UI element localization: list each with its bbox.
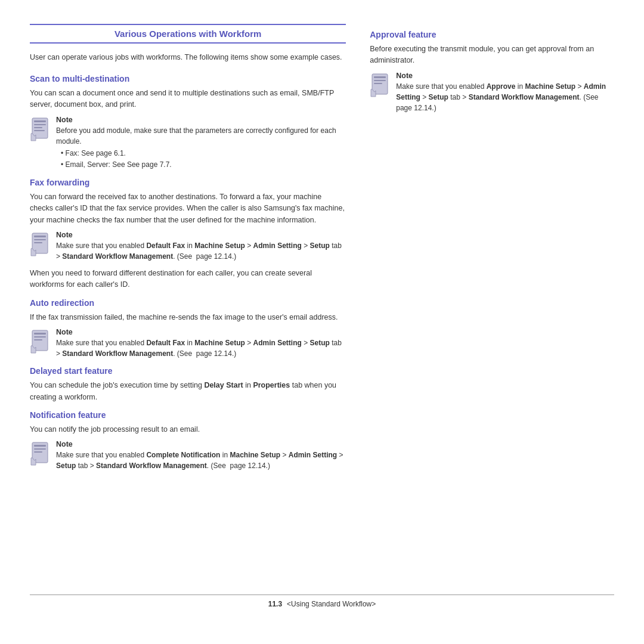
left-column: Various Operations with Workform User ca…	[30, 24, 346, 583]
svg-rect-8	[34, 242, 42, 243]
note-icon-approval	[370, 73, 391, 98]
note-box-approval: Note Make sure that you enabled Approve …	[370, 72, 614, 113]
note-icon-notification	[30, 441, 51, 466]
section-delayed: Delayed start feature You can schedule t…	[30, 366, 346, 403]
footer: 11.3 <Using Standard Workflow>	[30, 595, 614, 608]
section-title-scan: Scan to multi-destination	[30, 74, 346, 83]
section-body-approval: Before executing the transmit module, yo…	[370, 44, 614, 67]
note-content-auto: Note Make sure that you enabled Default …	[56, 328, 346, 359]
svg-rect-6	[34, 236, 46, 237]
section-notification: Notification feature You can notify the …	[30, 410, 346, 471]
note-text-scan: Before you add module, make sure that th…	[56, 125, 346, 171]
note-label-auto: Note	[56, 328, 346, 336]
section-title-fax: Fax forwarding	[30, 178, 346, 187]
note-box-fax: Note Make sure that you enabled Default …	[30, 231, 346, 262]
note-label-scan: Note	[56, 116, 346, 124]
bullet-scan-2: Email, Server: See See page 7.7.	[61, 159, 346, 171]
svg-rect-10	[34, 333, 46, 335]
note-icon-scan	[30, 117, 51, 142]
note-bullets-scan: Fax: See page 6.1. Email, Server: See Se…	[61, 148, 346, 171]
page-title-box: Various Operations with Workform	[30, 24, 346, 44]
section-approval: Approval feature Before executing the tr…	[370, 30, 614, 113]
svg-rect-20	[374, 83, 382, 84]
note-label-approval: Note	[396, 72, 614, 80]
svg-rect-11	[34, 336, 46, 338]
intro-text: User can operate various jobs with workf…	[30, 52, 346, 63]
section-title-auto: Auto redirection	[30, 298, 346, 308]
right-column: Approval feature Before executing the tr…	[370, 24, 614, 583]
svg-rect-7	[34, 239, 46, 240]
svg-rect-18	[374, 76, 386, 78]
note-text-approval: Make sure that you enabled Approve in Ma…	[396, 81, 614, 113]
footer-page-number: 11.3	[268, 600, 282, 608]
note-content-notification: Note Make sure that you enabled Complete…	[56, 440, 346, 471]
note-text-auto: Make sure that you enabled Default Fax i…	[56, 338, 346, 359]
page-title: Various Operations with Workform	[114, 29, 261, 39]
note-text-fax: Make sure that you enabled Default Fax i…	[56, 240, 346, 262]
note-box-notification: Note Make sure that you enabled Complete…	[30, 440, 346, 471]
content-area: Various Operations with Workform User ca…	[30, 24, 614, 583]
bullet-scan-1: Fax: See page 6.1.	[61, 148, 346, 159]
section-body-auto: If the fax transmission failed, the mach…	[30, 312, 346, 323]
section-title-notification: Notification feature	[30, 410, 346, 420]
section-title-delayed: Delayed start feature	[30, 366, 346, 376]
note-label-fax: Note	[56, 231, 346, 239]
page: Various Operations with Workform User ca…	[0, 0, 644, 644]
svg-rect-2	[34, 124, 46, 125]
footer-caption: <Using Standard Workflow>	[287, 600, 376, 608]
section-body-scan: You can scan a document once and send it…	[30, 88, 346, 111]
note-icon-fax	[30, 232, 51, 257]
svg-rect-4	[34, 130, 45, 131]
note-content-approval: Note Make sure that you enabled Approve …	[396, 72, 614, 113]
section-scan: Scan to multi-destination You can scan a…	[30, 74, 346, 171]
note-box-scan: Note Before you add module, make sure th…	[30, 116, 346, 171]
svg-rect-16	[34, 451, 42, 453]
section-auto: Auto redirection If the fax transmission…	[30, 298, 346, 359]
note-content-scan: Note Before you add module, make sure th…	[56, 116, 346, 171]
svg-rect-14	[34, 445, 46, 447]
section-body-delayed: You can schedule the job's execution tim…	[30, 380, 346, 403]
section-body-fax: You can forward the received fax to anot…	[30, 191, 346, 226]
note-label-notification: Note	[56, 440, 346, 448]
note-icon-auto	[30, 329, 51, 354]
svg-rect-3	[34, 127, 42, 128]
svg-rect-15	[34, 448, 46, 450]
note-text-notification: Make sure that you enabled Complete Noti…	[56, 450, 346, 471]
note-box-auto: Note Make sure that you enabled Default …	[30, 328, 346, 359]
section-fax: Fax forwarding You can forward the recei…	[30, 178, 346, 291]
note-content-fax: Note Make sure that you enabled Default …	[56, 231, 346, 262]
svg-rect-19	[374, 80, 386, 81]
section-body-notification: You can notify the job processing result…	[30, 424, 346, 435]
svg-rect-1	[34, 120, 46, 122]
section-body-fax-after: When you need to forward different desti…	[30, 268, 346, 291]
section-title-approval: Approval feature	[370, 30, 614, 39]
svg-rect-12	[34, 339, 42, 340]
